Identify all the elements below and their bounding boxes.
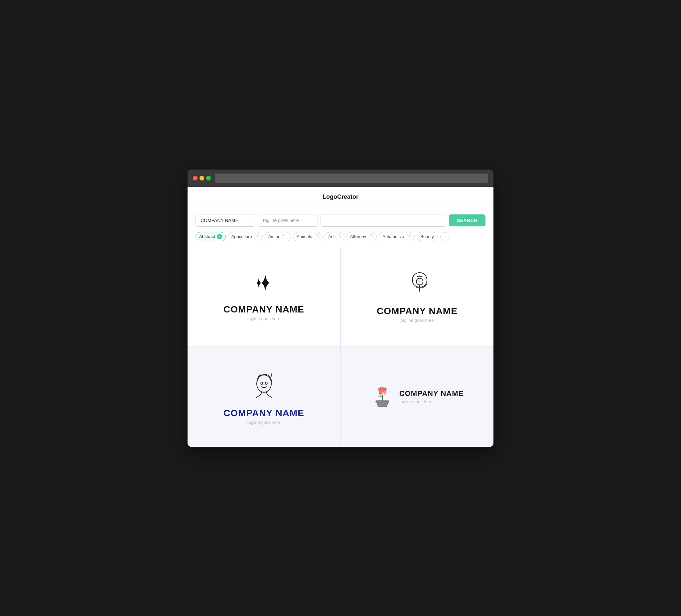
- filter-label: Beauty: [420, 234, 434, 239]
- maximize-button[interactable]: [206, 176, 211, 181]
- company-name-input[interactable]: [196, 214, 255, 227]
- filter-label: Agriculture: [231, 234, 252, 239]
- person-halo-icon: [402, 270, 432, 301]
- filter-label: Attorney: [350, 234, 366, 239]
- sparkle-icon: [251, 272, 277, 300]
- check-icon-automotive: [406, 234, 411, 239]
- search-section: SEARCH: [187, 207, 494, 232]
- person-face-icon: [249, 369, 279, 403]
- check-icon-art: [335, 234, 341, 239]
- browser-chrome: [187, 170, 494, 187]
- check-icon-animals: [313, 234, 319, 239]
- check-icon-attorney: [368, 234, 373, 239]
- filter-chip-automotive[interactable]: Automotive: [379, 232, 415, 241]
- filter-label: Abstract: [199, 234, 215, 239]
- filter-chip-agriculture[interactable]: Agriculture: [228, 232, 263, 241]
- logo-card-4[interactable]: COMPANY NAME tagline goes here: [341, 347, 494, 447]
- filter-chip-abstract[interactable]: Abstract: [196, 232, 226, 241]
- minimize-button[interactable]: [200, 176, 204, 181]
- logo-card-3[interactable]: COMPANY NAME tagline goes here: [187, 347, 340, 447]
- company-name-3: COMPANY NAME: [224, 408, 304, 418]
- app-content: LogoCreator SEARCH Abstract Agriculture …: [187, 187, 494, 447]
- app-title: LogoCreator: [323, 194, 358, 200]
- svg-rect-8: [376, 401, 389, 403]
- filter-chip-attorney[interactable]: Attorney: [347, 232, 377, 241]
- inline-logo-row: COMPANY NAME tagline goes here: [371, 381, 463, 413]
- address-bar[interactable]: [215, 174, 488, 183]
- filter-chip-art[interactable]: Art: [325, 232, 345, 241]
- traffic-lights: [193, 176, 211, 181]
- company-name-1: COMPANY NAME: [224, 304, 304, 315]
- filter-chip-animals[interactable]: Animals: [293, 232, 323, 241]
- app-header: LogoCreator: [187, 187, 494, 207]
- check-icon-airline: [282, 234, 287, 239]
- tagline-input[interactable]: [258, 214, 318, 227]
- filter-chip-airline[interactable]: Airline: [265, 232, 291, 241]
- keyword-input[interactable]: [321, 214, 446, 227]
- logo-grid: COMPANY NAME tagline goes here: [187, 247, 494, 447]
- tagline-4: tagline goes here: [399, 399, 463, 404]
- tagline-2: tagline goes here: [401, 318, 434, 323]
- filter-label: Automotive: [382, 234, 404, 239]
- logo-card-1[interactable]: COMPANY NAME tagline goes here: [187, 247, 340, 346]
- company-name-2: COMPANY NAME: [377, 306, 457, 316]
- filter-label: Animals: [297, 234, 312, 239]
- filter-label: Art: [328, 234, 334, 239]
- svg-point-4: [426, 284, 427, 285]
- check-icon-agriculture: [254, 234, 259, 239]
- filter-next-button[interactable]: →: [440, 232, 450, 241]
- search-button[interactable]: SEARCH: [449, 214, 485, 226]
- check-icon-abstract: [217, 234, 222, 239]
- svg-point-3: [420, 281, 421, 281]
- flower-icon: [371, 381, 394, 409]
- close-button[interactable]: [193, 176, 198, 181]
- inline-text-group: COMPANY NAME tagline goes here: [399, 389, 463, 404]
- filter-chip-beauty[interactable]: Beauty: [417, 232, 437, 241]
- tagline-1: tagline goes here: [247, 316, 281, 321]
- svg-point-2: [418, 281, 418, 281]
- svg-point-7: [266, 382, 267, 385]
- svg-point-6: [261, 382, 263, 385]
- svg-point-5: [257, 375, 271, 392]
- tagline-3: tagline goes here: [247, 420, 281, 425]
- company-name-4: COMPANY NAME: [399, 389, 463, 398]
- filter-label: Airline: [268, 234, 280, 239]
- browser-window: LogoCreator SEARCH Abstract Agriculture …: [187, 170, 494, 447]
- logo-card-2[interactable]: COMPANY NAME tagline goes here: [341, 247, 494, 346]
- filter-section: Abstract Agriculture Airline Animals Art…: [187, 232, 494, 247]
